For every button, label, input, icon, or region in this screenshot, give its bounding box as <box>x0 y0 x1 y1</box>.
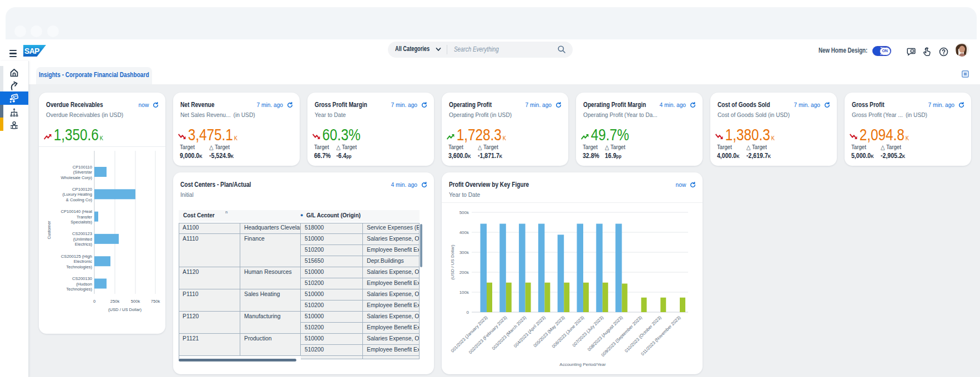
svg-text:004/2023 (April 2023): 004/2023 (April 2023) <box>513 315 547 349</box>
svg-text:Technologies): Technologies) <box>66 264 92 269</box>
svg-text:500k: 500k <box>459 210 469 215</box>
svg-text:Electrics): Electrics) <box>75 242 93 247</box>
svg-text:Accounting Period/Year: Accounting Period/Year <box>559 362 606 367</box>
svg-text:CS200125 (High: CS200125 (High <box>61 254 92 259</box>
svg-text:Wholesale Corp): Wholesale Corp) <box>60 175 92 180</box>
svg-text:CP100120: CP100120 <box>72 187 92 192</box>
svg-text:0: 0 <box>93 299 95 304</box>
svg-text:(Hudson: (Hudson <box>76 282 92 287</box>
svg-text:011/2023 (November 2023): 011/2023 (November 2023) <box>640 315 681 356</box>
svg-text:001/2023 (January 2023): 001/2023 (January 2023) <box>450 315 489 354</box>
svg-text:(USD / US Dollar): (USD / US Dollar) <box>450 244 455 279</box>
svg-text:Technologies): Technologies) <box>66 287 92 292</box>
svg-text:003/2023 (March 2023): 003/2023 (March 2023) <box>491 315 527 351</box>
svg-text:SAP: SAP <box>24 47 39 55</box>
svg-text:Transfer: Transfer <box>77 215 92 220</box>
svg-text:100k: 100k <box>459 290 469 295</box>
svg-text:CS200123: CS200123 <box>72 231 92 236</box>
svg-text:CP100140 (Heat: CP100140 (Heat <box>60 209 92 214</box>
svg-text:Electronic: Electronic <box>74 259 93 264</box>
svg-text:(USD / US Dollar): (USD / US Dollar) <box>108 307 142 312</box>
svg-text:002/2023 (February 2023): 002/2023 (February 2023) <box>468 315 508 355</box>
svg-text:& Cooling Co): & Cooling Co) <box>66 197 93 202</box>
svg-text:400k: 400k <box>459 230 469 235</box>
svg-text:250k: 250k <box>110 299 120 304</box>
svg-text:200k: 200k <box>459 270 469 275</box>
svg-text:006/2023 (June 2023): 006/2023 (June 2023) <box>551 315 585 349</box>
svg-text:008/2023 (August 2023): 008/2023 (August 2023) <box>587 315 624 352</box>
svg-text:CP100110: CP100110 <box>73 165 92 170</box>
svg-text:0: 0 <box>467 310 469 315</box>
svg-text:500k: 500k <box>131 299 140 304</box>
svg-text:(Luxury Heating: (Luxury Heating <box>62 192 92 197</box>
svg-text:Specialists): Specialists) <box>70 220 92 225</box>
svg-text:010/2023 (October 2023): 010/2023 (October 2023) <box>624 315 663 354</box>
svg-text:750k: 750k <box>151 299 160 304</box>
svg-text:(Unlimited: (Unlimited <box>73 237 92 242</box>
svg-text:300k: 300k <box>459 250 469 255</box>
svg-text:CS200130: CS200130 <box>72 276 92 281</box>
svg-text:Customer: Customer <box>47 221 52 239</box>
svg-text:(Silverstar: (Silverstar <box>73 170 93 175</box>
